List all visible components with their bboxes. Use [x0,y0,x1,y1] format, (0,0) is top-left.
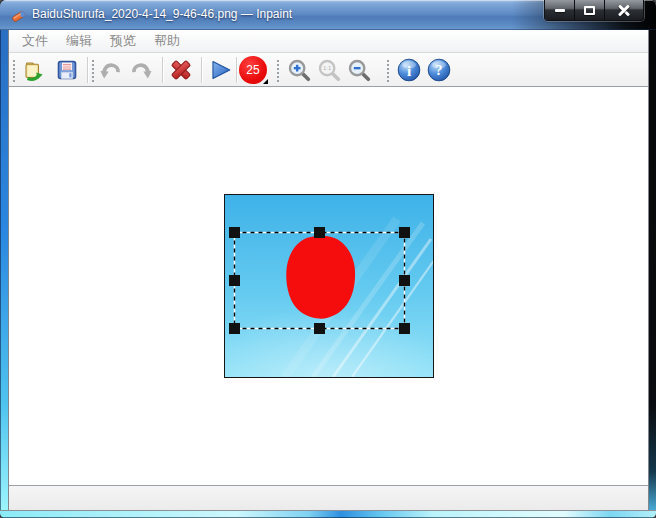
menu-help[interactable]: 帮助 [145,32,189,50]
selection-handle[interactable] [229,227,240,238]
window-border-left [0,30,9,510]
save-floppy-icon [55,58,79,82]
redo-icon [129,57,155,83]
window-border-right [648,30,656,510]
toolbar: 25 1:1 [9,53,648,87]
brush-size-value: 25 [246,63,259,77]
window-border-bottom [0,510,656,518]
zoom-out-icon [346,57,372,83]
zoom-in-button[interactable] [285,56,313,84]
mask-blob[interactable] [286,236,355,319]
zoom-out-button[interactable] [345,56,373,84]
maximize-icon [584,6,595,15]
client-area: 文件 编辑 预览 帮助 [9,30,648,510]
about-button[interactable]: i [395,56,423,84]
save-button[interactable] [53,56,81,84]
minimize-button[interactable] [545,0,575,20]
window-title: BaiduShurufa_2020-4-14_9-46-46.png — Inp… [32,7,292,21]
zoom-actual-label: 1:1 [323,65,332,71]
close-icon [617,3,631,17]
caption-button-group [544,0,644,21]
zoom-actual-icon: 1:1 [316,57,342,83]
close-button[interactable] [605,0,643,20]
toolbar-grip[interactable] [11,58,15,82]
toolbar-grip[interactable] [385,58,389,82]
selection-handle[interactable] [229,323,240,334]
minimize-icon [555,9,565,12]
app-icon [11,7,27,23]
zoom-in-icon [286,57,312,83]
help-glyph: ? [435,62,442,78]
toolbar-separator [87,57,88,83]
open-button[interactable] [19,56,47,84]
run-inpaint-button[interactable] [206,56,234,84]
undo-icon [97,57,123,83]
status-bar [9,485,648,510]
brush-size-badge[interactable]: 25 [239,56,267,84]
toolbar-grip[interactable] [275,58,279,82]
info-icon: i [396,57,422,83]
selection-handle[interactable] [399,227,410,238]
title-bar[interactable]: BaiduShurufa_2020-4-14_9-46-46.png — Inp… [0,0,656,30]
selection-handle[interactable] [314,323,325,334]
play-icon [207,57,233,83]
open-folder-icon [21,58,45,82]
canvas-image[interactable] [224,194,434,378]
delete-selection-button[interactable] [167,56,195,84]
selection-handle[interactable] [314,227,325,238]
editor-canvas[interactable] [9,87,648,485]
help-button[interactable]: ? [425,56,453,84]
menu-file[interactable]: 文件 [13,32,57,50]
info-glyph: i [407,61,411,78]
toolbar-grip[interactable] [90,58,94,82]
selection-handle[interactable] [229,275,240,286]
inpaint-window: BaiduShurufa_2020-4-14_9-46-46.png — Inp… [0,0,656,518]
menu-preview[interactable]: 预览 [101,32,145,50]
zoom-actual-button[interactable]: 1:1 [315,56,343,84]
selection-handle[interactable] [399,323,410,334]
maximize-button[interactable] [575,0,605,20]
undo-button[interactable] [96,56,124,84]
selection-handle[interactable] [399,275,410,286]
menu-edit[interactable]: 编辑 [57,32,101,50]
redo-button[interactable] [128,56,156,84]
delete-x-icon [168,57,194,83]
toolbar-separator [236,57,237,83]
toolbar-separator [201,57,202,83]
image-content [225,195,433,377]
help-icon: ? [426,57,452,83]
menu-bar: 文件 编辑 预览 帮助 [9,30,648,53]
toolbar-separator [162,57,163,83]
